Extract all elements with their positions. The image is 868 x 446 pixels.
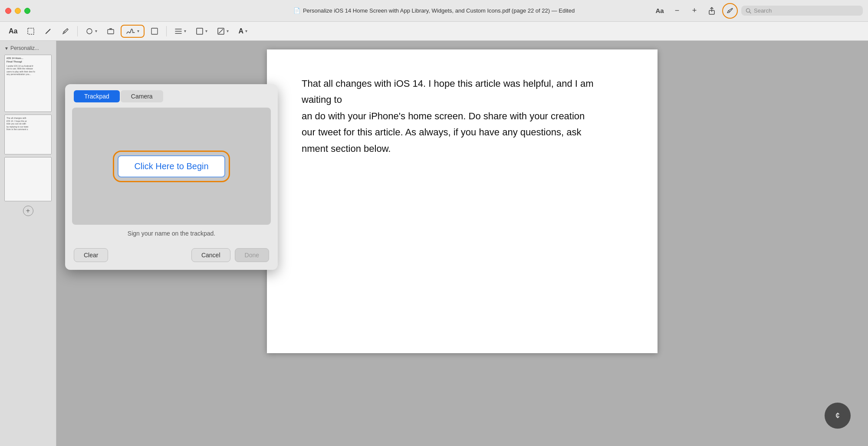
traffic-lights xyxy=(5,8,30,14)
sidebar-header[interactable]: ▼ Personaliz... xyxy=(3,44,53,52)
minimize-button[interactable] xyxy=(15,8,21,14)
note-icon xyxy=(151,27,158,35)
divider-1 xyxy=(77,26,78,36)
slash-rect-caret: ▾ xyxy=(227,29,229,33)
sig-footer: Clear Cancel Done xyxy=(65,244,278,270)
shapes-caret: ▾ xyxy=(95,29,97,33)
svg-point-3 xyxy=(87,29,92,34)
sig-footer-right: Cancel Done xyxy=(191,248,269,262)
pdf-paragraph-2: an do with your iPhone's home screen. Do… xyxy=(302,108,623,124)
textbox-button[interactable] xyxy=(103,25,118,38)
font-label: A xyxy=(238,27,243,35)
note-button[interactable] xyxy=(147,25,162,38)
close-button[interactable] xyxy=(5,8,11,14)
thumb-1-text: iOS 14 Hom...Final Thougl I prefer iOS 1… xyxy=(7,57,35,76)
annotation-button[interactable] xyxy=(722,3,738,19)
selection-button[interactable] xyxy=(23,25,38,38)
pencil-icon xyxy=(62,27,69,35)
pdf-paragraph-3: our tweet for this article. As always, i… xyxy=(302,124,623,140)
slash-rect-icon xyxy=(217,27,225,35)
click-here-button[interactable]: Click Here to Begin xyxy=(118,155,225,177)
share-button[interactable] xyxy=(705,4,719,18)
align-icon xyxy=(174,28,182,34)
page-thumbnail-3[interactable] xyxy=(4,157,52,201)
titlebar-right: Aa − + xyxy=(653,3,863,19)
signature-canvas[interactable]: Click Here to Begin xyxy=(72,108,271,225)
font-size-button[interactable]: Aa xyxy=(5,25,21,38)
font-caret: ▾ xyxy=(245,29,247,33)
signature-button[interactable]: ▾ xyxy=(121,25,145,38)
floating-badge-icon: ¢ xyxy=(831,409,845,423)
svg-rect-4 xyxy=(108,30,114,34)
zoom-in-button[interactable]: + xyxy=(687,4,701,18)
cancel-button[interactable]: Cancel xyxy=(191,248,230,262)
font-button[interactable]: Aa xyxy=(653,4,667,18)
titlebar: 📄 Personalize iOS 14 Home Screen with Ap… xyxy=(0,0,868,22)
align-button[interactable]: ▾ xyxy=(171,25,190,38)
rect-outline-caret: ▾ xyxy=(205,29,207,33)
signature-dialog: Trackpad Camera Click Here to Begin Sign… xyxy=(65,84,278,270)
annotation-toolbar: Aa ▾ ▾ xyxy=(0,22,868,41)
search-input[interactable] xyxy=(754,7,858,14)
camera-tab[interactable]: Camera xyxy=(121,90,163,102)
pdf-page: That all changes with iOS 14. I hope thi… xyxy=(267,49,658,353)
pdf-icon: 📄 xyxy=(293,7,300,14)
sig-tabs: Trackpad Camera xyxy=(65,84,278,102)
align-caret: ▾ xyxy=(184,29,186,33)
page-thumbnail-1[interactable]: iOS 14 Hom...Final Thougl I prefer iOS 1… xyxy=(4,55,52,112)
done-button[interactable]: Done xyxy=(235,248,269,262)
content-area: That all changes with iOS 14. I hope thi… xyxy=(56,41,868,446)
shapes-button[interactable]: ▾ xyxy=(82,25,101,38)
page-thumbnail-2[interactable]: The all changes withiOS 14. I hope this … xyxy=(4,115,52,154)
sidebar-title: Personaliz... xyxy=(10,45,39,51)
thumb-2-text: The all changes withiOS 14. I hope this … xyxy=(7,117,28,131)
highlight-button[interactable] xyxy=(41,25,56,38)
svg-text:¢: ¢ xyxy=(835,411,840,420)
clear-button[interactable]: Clear xyxy=(74,248,108,262)
trackpad-tab[interactable]: Trackpad xyxy=(74,90,120,102)
highlight-icon xyxy=(44,27,52,35)
pencil-button[interactable] xyxy=(58,25,73,38)
rect-outline-icon xyxy=(196,27,204,35)
search-bar[interactable] xyxy=(741,6,863,16)
floating-badge[interactable]: ¢ xyxy=(825,403,851,429)
font-button[interactable]: A ▾ xyxy=(235,25,251,38)
svg-rect-6 xyxy=(197,28,203,34)
divider-2 xyxy=(166,26,167,36)
pdf-paragraph-1: That all changes with iOS 14. I hope thi… xyxy=(302,75,623,108)
sig-instruction: Sign your name on the trackpad. xyxy=(65,230,278,237)
signature-icon xyxy=(126,27,135,35)
window-title: 📄 Personalize iOS 14 Home Screen with Ap… xyxy=(293,7,575,14)
maximize-button[interactable] xyxy=(24,8,30,14)
sidebar-chevron: ▼ xyxy=(4,46,9,51)
signature-caret: ▾ xyxy=(137,29,139,33)
slash-rect-button[interactable]: ▾ xyxy=(214,25,232,38)
pdf-paragraph-4: nment section below. xyxy=(302,141,623,157)
shapes-icon xyxy=(85,27,93,35)
textbox-icon xyxy=(107,27,115,35)
main-area: ▼ Personaliz... iOS 14 Hom...Final Thoug… xyxy=(0,41,868,446)
rect-outline-button[interactable]: ▾ xyxy=(192,25,211,38)
add-page-button[interactable]: + xyxy=(23,206,33,216)
zoom-out-button[interactable]: − xyxy=(670,4,684,18)
search-icon xyxy=(746,8,751,14)
svg-rect-5 xyxy=(151,28,158,34)
selection-icon xyxy=(27,27,35,35)
svg-rect-2 xyxy=(28,28,34,34)
sidebar: ▼ Personaliz... iOS 14 Hom...Final Thoug… xyxy=(0,41,56,446)
